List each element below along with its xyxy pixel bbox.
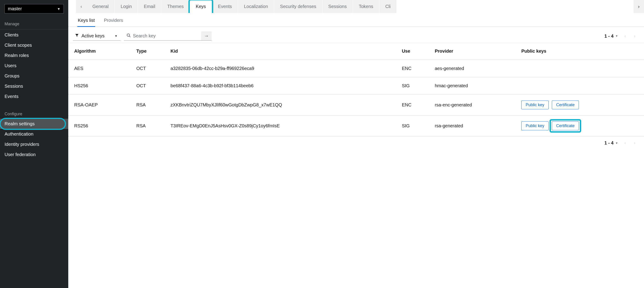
tab-client-policies[interactable]: Cli xyxy=(379,0,397,13)
sidebar-item-users[interactable]: Users xyxy=(0,61,68,71)
pagination-count[interactable]: 1 - 4 ▼ xyxy=(604,140,618,146)
cell-public-keys: Public keyCertificate xyxy=(518,95,644,116)
toolbar: Active keys ▼ → 1 - 4 ▼ ‹ › xyxy=(68,27,644,43)
sidebar-item-events[interactable]: Events xyxy=(0,91,68,102)
table-header-row: Algorithm Type Kid Use Provider Public k… xyxy=(68,43,644,60)
nav-section-label: Manage xyxy=(0,19,68,29)
svg-line-1 xyxy=(129,36,130,37)
tab-localization[interactable]: Localization xyxy=(238,0,274,13)
public-key-button[interactable]: Public key xyxy=(521,101,549,109)
realm-selector-value: master xyxy=(8,6,22,12)
sidebar-item-label: User federation xyxy=(4,152,36,157)
cell-public-keys xyxy=(518,60,644,77)
chevron-left-icon: ‹ xyxy=(80,4,82,9)
search-input[interactable] xyxy=(133,33,198,39)
tab-email[interactable]: Email xyxy=(138,0,161,13)
cell-kid: zXKBnvtriZQU7MbyXJlIf60wGotgDbZwpG8_x7wE… xyxy=(167,95,398,116)
svg-point-0 xyxy=(127,34,130,36)
caret-down-icon: ▼ xyxy=(615,35,618,38)
search-group: → xyxy=(124,32,212,41)
sidebar-item-groups[interactable]: Groups xyxy=(0,71,68,81)
sidebar-item-label: Sessions xyxy=(4,84,23,89)
sidebar-item-user-federation[interactable]: User federation xyxy=(0,149,68,160)
sidebar: master ▼ ManageClientsClient scopesRealm… xyxy=(0,0,68,288)
cell-algorithm: AES xyxy=(68,60,133,77)
pagination-count[interactable]: 1 - 4 ▼ xyxy=(604,34,618,39)
subtab-providers[interactable]: Providers xyxy=(103,18,123,27)
filter-label: Active keys xyxy=(82,33,104,39)
pagination-prev[interactable]: ‹ xyxy=(622,33,628,40)
cell-provider: rsa-enc-generated xyxy=(431,95,518,116)
cell-provider: rsa-generated xyxy=(431,116,518,136)
cell-type: RSA xyxy=(133,116,167,136)
chevron-right-icon: › xyxy=(638,4,640,9)
certificate-button[interactable]: Certificate xyxy=(552,121,579,130)
sidebar-item-sessions[interactable]: Sessions xyxy=(0,81,68,91)
certificate-button-wrap: Certificate xyxy=(552,121,579,130)
sidebar-item-label: Client scopes xyxy=(4,43,32,48)
caret-down-icon: ▼ xyxy=(615,141,618,145)
subtab-keys-list[interactable]: Keys list xyxy=(77,18,95,27)
tab-label: General xyxy=(92,4,108,9)
cell-type: OCT xyxy=(133,77,167,95)
tab-label: Security defenses xyxy=(280,4,316,9)
search-icon xyxy=(126,33,130,39)
tab-bar: ‹ GeneralLoginEmailThemesKeysEventsLocal… xyxy=(68,0,644,13)
cell-kid: a3282835-06db-42cc-b29a-ff969226eca9 xyxy=(167,60,398,77)
cell-use: SIG xyxy=(398,116,431,136)
col-type: Type xyxy=(133,43,167,60)
tab-label: Keys xyxy=(196,4,206,9)
cell-use: ENC xyxy=(398,60,431,77)
sidebar-item-label: Realm roles xyxy=(4,53,29,58)
sidebar-item-clients[interactable]: Clients xyxy=(0,30,68,40)
col-use: Use xyxy=(398,43,431,60)
tab-scroll-left[interactable]: ‹ xyxy=(76,0,86,13)
keys-table-wrap: Algorithm Type Kid Use Provider Public k… xyxy=(68,43,644,136)
search-submit-button[interactable]: → xyxy=(201,32,212,40)
tab-tokens[interactable]: Tokens xyxy=(353,0,379,13)
col-public-keys: Public keys xyxy=(518,43,644,60)
cell-kid: be68f437-88a6-4c3b-b92f-bf3b114beeb6 xyxy=(167,77,398,95)
sub-tab-bar: Keys listProviders xyxy=(68,13,644,27)
cell-type: RSA xyxy=(133,95,167,116)
pagination-next[interactable]: › xyxy=(632,33,637,40)
filter-dropdown[interactable]: Active keys ▼ xyxy=(73,32,120,41)
cell-algorithm: RSA-OAEP xyxy=(68,95,133,116)
sidebar-item-realm-roles[interactable]: Realm roles xyxy=(0,50,68,61)
tab-events[interactable]: Events xyxy=(212,0,238,13)
tab-login[interactable]: Login xyxy=(115,0,138,13)
cell-use: ENC xyxy=(398,95,431,116)
cell-type: OCT xyxy=(133,60,167,77)
keys-table: Algorithm Type Kid Use Provider Public k… xyxy=(68,43,644,136)
col-kid: Kid xyxy=(167,43,398,60)
certificate-button-wrap: Certificate xyxy=(552,101,579,109)
tab-scroll-right[interactable]: › xyxy=(634,0,644,13)
filter-icon xyxy=(75,34,79,38)
certificate-button[interactable]: Certificate xyxy=(552,101,579,109)
sidebar-item-authentication[interactable]: Authentication xyxy=(0,129,68,139)
tab-label: Localization xyxy=(244,4,268,9)
sidebar-item-label: Groups xyxy=(4,73,20,78)
pagination-next[interactable]: › xyxy=(632,140,637,146)
caret-down-icon: ▼ xyxy=(57,7,60,11)
tab-sessions[interactable]: Sessions xyxy=(322,0,353,13)
cell-provider: aes-generated xyxy=(431,60,518,77)
sidebar-item-label: Realm settings xyxy=(4,121,34,126)
col-algorithm: Algorithm xyxy=(68,43,133,60)
sidebar-item-label: Users xyxy=(4,63,16,68)
table-row: RS256RSAT3IREov-EMgD0EnJ5AsHsv0GX-Z0s89j… xyxy=(68,116,644,136)
sidebar-item-client-scopes[interactable]: Client scopes xyxy=(0,40,68,50)
tab-security-defenses[interactable]: Security defenses xyxy=(274,0,322,13)
tab-label: Themes xyxy=(167,4,184,9)
public-key-button[interactable]: Public key xyxy=(521,121,549,130)
tab-themes[interactable]: Themes xyxy=(161,0,190,13)
arrow-right-icon: → xyxy=(204,33,209,39)
sidebar-item-identity-providers[interactable]: Identity providers xyxy=(0,139,68,149)
tab-label: Tokens xyxy=(359,4,373,9)
tab-keys[interactable]: Keys xyxy=(190,0,212,13)
tab-general[interactable]: General xyxy=(86,0,115,13)
sidebar-item-label: Identity providers xyxy=(4,142,39,147)
realm-selector[interactable]: master ▼ xyxy=(4,4,64,14)
pagination-prev[interactable]: ‹ xyxy=(622,140,628,146)
sidebar-item-realm-settings[interactable]: Realm settings xyxy=(0,119,68,129)
